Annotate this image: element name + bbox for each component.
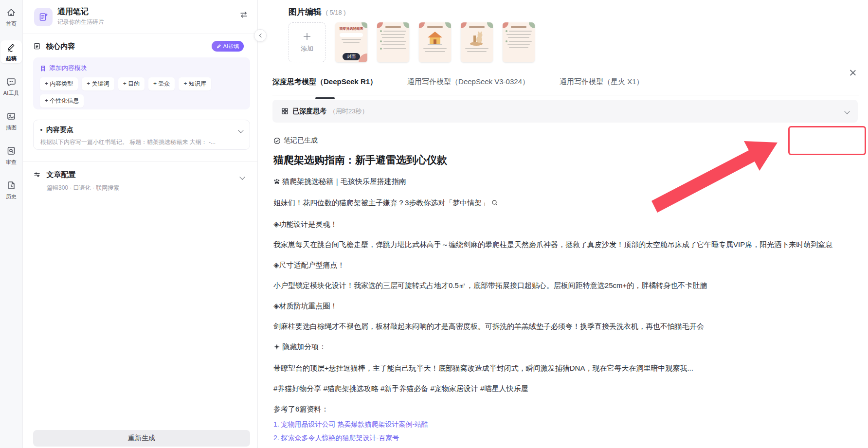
article-config-summary: 篇幅300 · 口语化 · 联网搜索 (47, 184, 119, 192)
note-paragraph: 猫爬架挑选秘籍｜毛孩快乐屋搭建指南 (273, 178, 862, 186)
cat-illustration (461, 31, 493, 46)
sidebar-item-label: 插图 (6, 125, 17, 130)
note-paragraph: ◈功能设计是灵魂！ (273, 220, 862, 228)
sidebar-item-home[interactable]: 首页 (0, 6, 22, 29)
note-paragraph: 姐妹们！花四位数的猫爬架被主子嫌弃？3步教你选对「梦中情架」 (273, 199, 862, 208)
outline-title: 内容要点 (46, 125, 73, 134)
note-paragraph: ◈尺寸适配户型痛点！ (273, 261, 862, 269)
sliders-icon (33, 170, 41, 179)
article-config-title: 文章配置 (46, 170, 75, 179)
tag-keywords[interactable]: + 关键词 (82, 77, 114, 90)
thumbnail-page-5[interactable] (503, 22, 535, 62)
collapse-panel-button[interactable] (254, 29, 267, 42)
plus-icon (302, 32, 312, 41)
image-thumbnails: 添加 猫架挑选秘籍来 封面 (289, 22, 535, 62)
deepseek-icon (281, 108, 289, 115)
chevron-left-icon (259, 34, 263, 37)
sidebar-item-label: 起稿 (6, 55, 17, 61)
home-icon (6, 8, 16, 19)
module-tags: + 内容类型 + 关键词 + 目的 + 受众 + 知识库 + 个性化信息 (40, 77, 243, 108)
cover-pill (340, 33, 363, 37)
panel-header: 通用笔记 记录你的生活碎片 (23, 0, 257, 34)
note-paragraph: 隐藏加分项： (273, 343, 862, 352)
model-tabs: 深度思考模型（DeepSeek R1） 通用写作模型（DeepSeek V3-0… (272, 72, 859, 95)
image-edit-title: 图片编辑 (289, 7, 322, 17)
tag-purpose[interactable]: + 目的 (118, 77, 145, 90)
sidebar-item-label: 历史 (6, 194, 17, 199)
review-doc-icon (6, 146, 16, 158)
tab-deepseek-v3[interactable]: 通用写作模型（DeepSeek V3-0324） (407, 76, 529, 95)
sidebar-item-review[interactable]: 审查 (0, 144, 22, 167)
deep-think-duration: （用时23秒） (329, 107, 368, 116)
note-hashtags: #养猫好物分享 #猫爬架挑选攻略 #新手养猫必备 #宠物家居设计 #喵星人快乐屋 (273, 385, 862, 393)
pencil-icon (6, 42, 16, 54)
panel-subtitle: 记录你的生活碎片 (57, 18, 104, 26)
add-image-button[interactable]: 添加 (289, 22, 326, 62)
tag-content-type[interactable]: + 内容类型 (40, 77, 78, 90)
pencil-small-icon (217, 44, 221, 49)
image-count: ( 5/18 ) (326, 9, 345, 16)
outline-preview: 根据以下内容写一篇小红书笔记。 标题：猫架挑选秘籍来 大纲： -... (40, 138, 243, 146)
deep-think-bar[interactable]: 已深度思考 （用时23秒） (272, 100, 858, 123)
ai-bubble-icon (6, 77, 16, 89)
config-panel: 通用笔记 记录你的生活碎片 核心内容 AI帮填 添加内容模块 + 内容类型 + … (23, 0, 258, 448)
house-illustration (419, 31, 451, 46)
check-circle-icon (273, 137, 281, 144)
bullet-dot (40, 129, 42, 131)
history-icon (6, 180, 16, 192)
sidebar-item-illustration[interactable]: 插图 (0, 109, 22, 132)
switch-template-icon[interactable] (239, 10, 249, 19)
thumbnail-page-4[interactable] (461, 22, 493, 62)
icon-rail: 首页 起稿 AI工具 插图 审查 历史 (0, 0, 23, 448)
image-icon (6, 111, 16, 123)
app-window: 首页 起稿 AI工具 插图 审查 历史 通用笔记 记录你的生 (0, 0, 868, 448)
cover-thumb-title: 猫架挑选秘籍来 (335, 27, 367, 31)
sidebar-item-label: 首页 (6, 21, 17, 27)
regenerate-button[interactable]: 重新生成 (33, 430, 250, 447)
thumbnail-cover[interactable]: 猫架挑选秘籍来 封面 (335, 22, 367, 62)
panel-title: 通用笔记 (57, 7, 89, 17)
note-paragraph: 我家崽每天在跳台间飞檐走壁，弹跳力堪比武林高手～缠绕剑麻的攀爬柱是天然磨爪神器，… (273, 241, 862, 249)
reference-link[interactable]: 2. 探索众多令人惊艳的猫爬架设计-百家号 (273, 434, 862, 442)
corner-accent (359, 54, 367, 62)
note-status: 笔记已生成 (273, 136, 862, 145)
ai-fill-button[interactable]: AI帮填 (212, 41, 244, 52)
sidebar-item-ai-tools[interactable]: AI工具 (0, 75, 22, 98)
sidebar-item-draft[interactable]: 起稿 (0, 40, 22, 63)
sidebar-item-history[interactable]: 历史 (0, 179, 22, 201)
tag-personal-info[interactable]: + 个性化信息 (40, 94, 84, 108)
paw-icon (273, 178, 280, 186)
panel-divider (23, 161, 257, 162)
note-paragraph: 小户型锁定模块化设计！我家选的三层可旋转式占地才0.5㎡，底部带拓展接口超贴心。… (273, 282, 862, 289)
tab-deepseek-r1[interactable]: 深度思考模型（DeepSeek R1） (272, 76, 377, 95)
chevron-down-icon[interactable] (240, 172, 244, 181)
chevron-down-icon[interactable] (239, 125, 243, 134)
tag-knowledge-base[interactable]: + 知识库 (179, 77, 211, 90)
thumbnail-page-2[interactable] (377, 22, 409, 62)
note-type-icon (34, 8, 53, 26)
document-icon (33, 42, 41, 50)
note-paragraph: ◈材质防坑重点圈！ (273, 302, 862, 310)
thumbnail-page-3[interactable] (419, 22, 451, 62)
generated-note: 笔记已生成 猫爬架选购指南：新手避雷选到心仪款 猫爬架挑选秘籍｜毛孩快乐屋搭建指… (273, 130, 862, 448)
content-modules-card: 添加内容模块 + 内容类型 + 关键词 + 目的 + 受众 + 知识库 + 个性… (33, 57, 250, 109)
note-paragraph: 带瞭望台的顶层+悬挂逗猫棒，主子能自己玩半天！底部猫窝改造成半封闭式，瞬间激发捕… (273, 364, 862, 372)
core-content-header: 核心内容 AI帮填 (33, 42, 247, 53)
core-content-title: 核心内容 (46, 42, 75, 50)
main-area: 图片编辑 ( 5/18 ) 添加 猫架挑选秘籍来 封面 (258, 0, 868, 448)
magnifier-icon (491, 199, 498, 208)
note-title: 猫爬架选购指南：新手避雷选到心仪款 (273, 155, 862, 165)
references-title: 参考了6篇资料： (273, 405, 862, 413)
sparkles-icon (273, 343, 280, 352)
tag-audience[interactable]: + 受众 (148, 77, 175, 90)
content-modules-header: 添加内容模块 (40, 64, 243, 72)
content-outline-card[interactable]: 内容要点 根据以下内容写一篇小红书笔记。 标题：猫架挑选秘籍来 大纲： -... (33, 120, 250, 150)
note-paragraph: 剑麻柱要选白棕绳才不褪色屑，板材敲起来闷响的才是高密度板。可拆洗的羊羔绒垫子必须… (273, 323, 862, 330)
article-config-header[interactable]: 文章配置 (33, 170, 247, 179)
reference-link[interactable]: 1. 宠物用品设计公司 热卖爆款猫爬架设计案例-站酷 (273, 421, 862, 428)
chevron-down-icon[interactable] (844, 108, 850, 114)
tab-spark-x1[interactable]: 通用写作模型（星火 X1） (560, 76, 644, 95)
image-edit-header: 图片编辑 ( 5/18 ) (289, 6, 346, 18)
deep-think-title: 已深度思考 (292, 107, 326, 116)
cover-badge: 封面 (343, 53, 360, 60)
